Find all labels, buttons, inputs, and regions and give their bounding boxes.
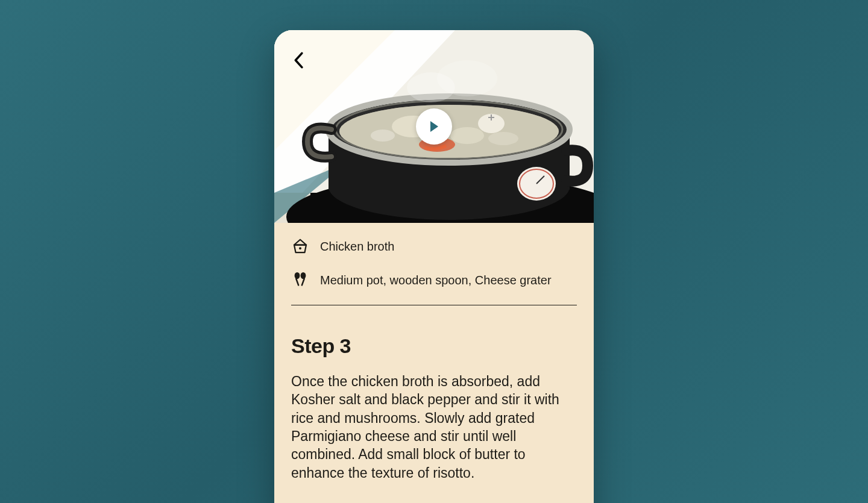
svg-point-25: [299, 247, 301, 249]
basket-icon: [291, 237, 309, 255]
step-body: Once the chicken broth is absorbed, add …: [291, 372, 577, 482]
svg-point-18: [371, 130, 395, 142]
utensils-icon: [291, 271, 309, 289]
ingredient-row: Chicken broth: [291, 237, 577, 255]
svg-point-19: [488, 132, 518, 145]
svg-point-24: [437, 60, 497, 96]
svg-point-26: [295, 272, 300, 279]
chevron-left-icon: [292, 52, 305, 69]
ingredient-text: Chicken broth: [320, 240, 394, 254]
svg-rect-27: [295, 278, 300, 286]
divider: [291, 305, 577, 305]
play-button[interactable]: [416, 108, 452, 145]
recipe-step-card: Chicken broth Medium pot, wooden spoon, …: [274, 30, 594, 503]
svg-point-28: [301, 272, 306, 279]
play-icon: [428, 120, 440, 133]
hero-video-area: [274, 30, 594, 223]
back-button[interactable]: [288, 49, 309, 71]
svg-point-15: [450, 127, 484, 144]
tools-text: Medium pot, wooden spoon, Cheese grater: [320, 273, 552, 287]
content-area: Chicken broth Medium pot, wooden spoon, …: [274, 223, 594, 496]
tools-row: Medium pot, wooden spoon, Cheese grater: [291, 271, 577, 289]
step-title: Step 3: [291, 334, 577, 358]
svg-rect-29: [301, 278, 305, 286]
